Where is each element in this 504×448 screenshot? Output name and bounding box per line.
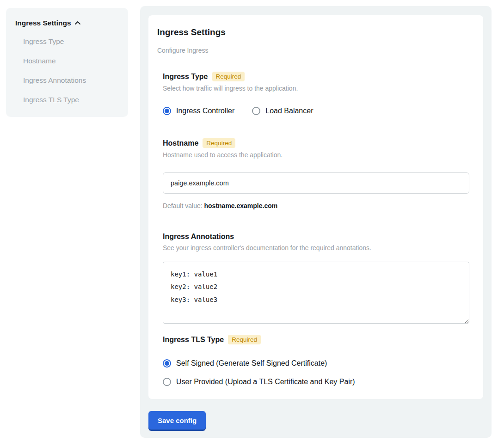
page-subtitle: Configure Ingress [157, 47, 474, 54]
main-panel: Ingress Settings Configure Ingress Ingre… [140, 6, 492, 438]
ingress-type-section: Ingress Type Required Select how traffic… [163, 72, 474, 115]
ingress-annotations-label: Ingress Annotations [163, 233, 234, 241]
hostname-section: Hostname Required Hostname used to acces… [163, 138, 474, 209]
radio-icon[interactable] [163, 359, 171, 368]
sidebar-section-toggle[interactable]: Ingress Settings [15, 19, 119, 27]
page: Ingress Settings Ingress Type Hostname I… [0, 0, 504, 448]
radio-user-provided[interactable]: User Provided (Upload a TLS Certificate … [163, 378, 474, 386]
sidebar-item-ingress-type[interactable]: Ingress Type [23, 37, 119, 46]
ingress-annotations-section: Ingress Annotations See your ingress con… [163, 233, 474, 324]
page-title: Ingress Settings [157, 27, 474, 37]
sidebar-item-hostname[interactable]: Hostname [23, 57, 119, 65]
radio-label: Self Signed (Generate Self Signed Certif… [176, 359, 327, 368]
radio-label: User Provided (Upload a TLS Certificate … [176, 378, 355, 386]
radio-ingress-controller[interactable]: Ingress Controller [163, 107, 234, 115]
ingress-annotations-textarea[interactable]: key1: value1 key2: value2 key3: value3 [163, 262, 469, 324]
sidebar-items: Ingress Type Hostname Ingress Annotation… [15, 37, 119, 104]
ingress-tls-type-label: Ingress TLS Type [163, 336, 224, 344]
ingress-tls-radio-group: Self Signed (Generate Self Signed Certif… [163, 359, 474, 386]
radio-load-balancer[interactable]: Load Balancer [252, 107, 313, 115]
default-value: hostname.example.com [204, 202, 278, 209]
ingress-type-help: Select how traffic will ingress to the a… [163, 85, 474, 92]
radio-label: Load Balancer [265, 107, 313, 115]
ingress-tls-type-section: Ingress TLS Type Required Self Signed (G… [163, 335, 474, 386]
sidebar-section-title: Ingress Settings [15, 19, 71, 27]
radio-icon[interactable] [163, 378, 171, 386]
radio-self-signed[interactable]: Self Signed (Generate Self Signed Certif… [163, 359, 474, 368]
ingress-settings-card: Ingress Settings Configure Ingress Ingre… [148, 15, 483, 399]
sidebar-item-ingress-tls-type[interactable]: Ingress TLS Type [23, 96, 119, 104]
required-badge: Required [228, 335, 261, 344]
default-prefix: Default value: [163, 202, 204, 209]
radio-icon[interactable] [163, 107, 171, 115]
save-config-button[interactable]: Save config [148, 411, 206, 430]
required-badge: Required [203, 138, 235, 148]
hostname-label: Hostname [163, 139, 198, 147]
hostname-help: Hostname used to access the application. [163, 151, 474, 159]
chevron-up-icon [74, 20, 81, 26]
radio-label: Ingress Controller [176, 107, 234, 115]
required-badge: Required [212, 72, 245, 81]
radio-icon[interactable] [252, 107, 260, 115]
ingress-type-label: Ingress Type [163, 73, 208, 81]
ingress-annotations-help: See your ingress controller's documentat… [163, 244, 474, 252]
hostname-default-line: Default value: hostname.example.com [163, 202, 474, 209]
hostname-input[interactable] [163, 172, 469, 194]
ingress-type-radio-group: Ingress Controller Load Balancer [163, 107, 474, 115]
sidebar: Ingress Settings Ingress Type Hostname I… [6, 8, 128, 117]
sidebar-item-ingress-annotations[interactable]: Ingress Annotations [23, 76, 119, 85]
